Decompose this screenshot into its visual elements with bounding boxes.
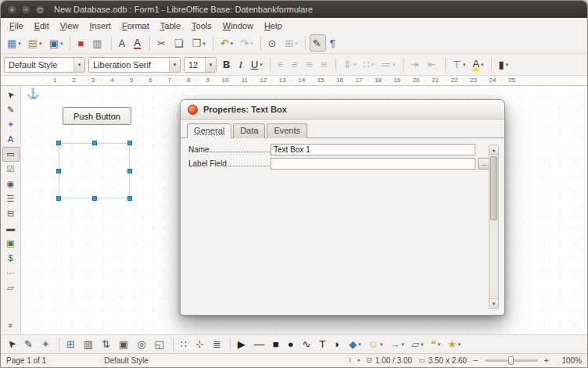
dropdown-caret-icon[interactable]: ▾	[260, 62, 263, 67]
menu-help[interactable]: Help	[259, 20, 288, 32]
dropdown-caret-icon[interactable]: ▾	[438, 341, 441, 347]
bold-button[interactable]: B	[220, 56, 235, 73]
background-color-button[interactable]: ▮▾	[496, 56, 512, 73]
flowchart-button[interactable]: ▱▾	[408, 336, 427, 353]
close-button[interactable]: ×	[7, 5, 17, 15]
menu-format[interactable]: Format	[117, 20, 155, 32]
dropdown-caret-icon[interactable]: ▾	[481, 62, 484, 67]
highlighting-color-button[interactable]: A▾	[469, 56, 486, 73]
formatted-field-button[interactable]: $	[2, 251, 20, 266]
font-size-combo[interactable]: 12▾	[184, 57, 217, 73]
form-navigator-button[interactable]: ⊞	[63, 336, 80, 353]
callout-button[interactable]: ◗	[331, 336, 345, 353]
menu-tools[interactable]: Tools	[186, 20, 217, 32]
display-grid-button[interactable]: ∷	[177, 336, 192, 353]
redo-button[interactable]: ↷▾	[237, 34, 256, 52]
dropdown-caret-icon[interactable]: ▾	[371, 62, 375, 67]
rectangle-button[interactable]: ■	[270, 336, 284, 353]
control-wizards-button[interactable]: ✦	[2, 117, 20, 132]
align-center-button[interactable]: ≡	[289, 56, 303, 73]
selection-handle-s[interactable]	[92, 196, 97, 201]
label-field-button[interactable]: A	[2, 132, 20, 147]
selected-text-box-control[interactable]	[59, 143, 130, 198]
image-button-button[interactable]: ▣	[2, 236, 20, 251]
dialog-scrollbar[interactable]: ▲ ▼	[489, 145, 499, 309]
formatting-marks-button[interactable]: ¶	[327, 34, 340, 52]
add-field-button[interactable]: ▥	[81, 336, 98, 353]
justify-button[interactable]: ≡	[317, 56, 332, 73]
bullet-list-button[interactable]: ∷▾	[360, 56, 377, 73]
horizontal-ruler[interactable]: 1 2 3 4 5 6 7 8 9 10 11 12	[1, 76, 587, 86]
dropdown-caret-icon[interactable]: ▾	[358, 341, 361, 347]
option-button-button[interactable]: ◉	[2, 177, 20, 191]
page-style-indicator[interactable]: Default Style	[104, 356, 149, 365]
menu-edit[interactable]: Edit	[29, 20, 55, 32]
selection-handle-ne[interactable]	[127, 141, 132, 145]
push-button-button[interactable]: ▬	[2, 221, 20, 236]
dropdown-caret-icon[interactable]: ▾	[353, 62, 357, 67]
export-pdf-button[interactable]: ■	[74, 34, 88, 52]
maximize-button[interactable]: ▢	[35, 5, 45, 15]
push-button-control[interactable]: Push Button	[63, 107, 131, 125]
find-replace-button[interactable]: ⊙	[265, 34, 281, 52]
selection-handle-nw[interactable]	[56, 141, 61, 145]
basic-shapes-button[interactable]: ◆▾	[346, 336, 364, 353]
design-mode-button[interactable]: ✎	[21, 336, 38, 353]
decrease-indent-button[interactable]: ⇤	[425, 56, 441, 73]
titlebar[interactable]: × − ▢ New Database.odb : Form1 - LibreOf…	[1, 1, 587, 18]
ellipse-button[interactable]: ●	[285, 336, 299, 353]
cut-button[interactable]: ✂	[154, 34, 170, 52]
insert-mode-indicator[interactable]: I	[350, 357, 352, 364]
drawing-select-button[interactable]: ▶	[235, 336, 250, 353]
dropdown-caret-icon[interactable]: ▾	[458, 341, 461, 347]
zoom-out-button[interactable]: −	[473, 356, 478, 365]
paragraph-style-combo[interactable]: Default Style▾	[4, 57, 85, 73]
dropdown-caret-icon[interactable]: ▾	[463, 62, 466, 67]
copy-button[interactable]: ❏	[171, 34, 188, 52]
underline-button[interactable]: U▾	[248, 56, 266, 73]
automatic-control-focus-button[interactable]: ◎	[134, 336, 150, 353]
dropdown-caret-icon[interactable]: ▾	[295, 41, 298, 46]
insert-text-box-button[interactable]: T	[316, 336, 330, 353]
check-box-button[interactable]: ☑	[2, 162, 20, 177]
list-box-button[interactable]: ☰	[2, 191, 20, 206]
combo-box-button[interactable]: ⊟	[2, 206, 20, 221]
italic-button[interactable]: I	[235, 56, 246, 73]
selection-handle-e[interactable]	[127, 169, 132, 173]
chevron-down-icon[interactable]: ▾	[205, 58, 216, 72]
dropdown-caret-icon[interactable]: ▾	[39, 41, 42, 46]
save-button[interactable]: ▣▾	[46, 34, 66, 52]
helplines-button[interactable]: ≣	[210, 336, 226, 353]
position-size-button[interactable]: ◱	[151, 336, 168, 353]
spelling-button[interactable]: A	[116, 34, 131, 52]
menu-window[interactable]: Window	[217, 20, 259, 32]
selection-handle-n[interactable]	[92, 141, 97, 145]
chevron-down-icon[interactable]: ▾	[169, 58, 180, 72]
menu-file[interactable]: File	[4, 20, 29, 32]
text-direction-button[interactable]: ⊤▾	[450, 56, 469, 73]
line-button[interactable]: —	[251, 336, 269, 353]
more-controls-button[interactable]: ⋯	[2, 266, 20, 280]
dropdown-caret-icon[interactable]: ▾	[250, 41, 253, 46]
tab-data[interactable]: Data	[233, 123, 265, 138]
callout-shapes-button[interactable]: ❝▾	[428, 336, 444, 353]
scrollbar-thumb[interactable]	[490, 156, 497, 220]
menu-insert[interactable]: Insert	[84, 20, 117, 32]
property-field[interactable]: ▴▾	[271, 158, 475, 170]
menu-view[interactable]: View	[55, 20, 84, 32]
form-design-button[interactable]: ▱	[2, 280, 20, 295]
undo-button[interactable]: ↶▾	[217, 34, 236, 52]
dropdown-caret-icon[interactable]: ▾	[393, 62, 396, 67]
design-mode-button[interactable]: ✎	[2, 102, 20, 117]
dialog-titlebar[interactable]: Properties: Text Box	[181, 100, 504, 120]
dropdown-caret-icon[interactable]: ▾	[60, 41, 63, 46]
dropdown-caret-icon[interactable]: ▾	[203, 41, 206, 46]
tab-events[interactable]: Events	[267, 123, 307, 138]
tab-general[interactable]: General	[187, 123, 231, 138]
chevron-down-icon[interactable]: ▾	[74, 58, 84, 72]
dropdown-caret-icon[interactable]: ▾	[231, 41, 234, 46]
zoom-slider-thumb[interactable]	[508, 356, 514, 365]
dropdown-caret-icon[interactable]: ▾	[380, 341, 383, 347]
font-name-combo[interactable]: Liberation Serif▾	[88, 57, 181, 73]
activation-order-button[interactable]: ⇅	[99, 336, 115, 353]
